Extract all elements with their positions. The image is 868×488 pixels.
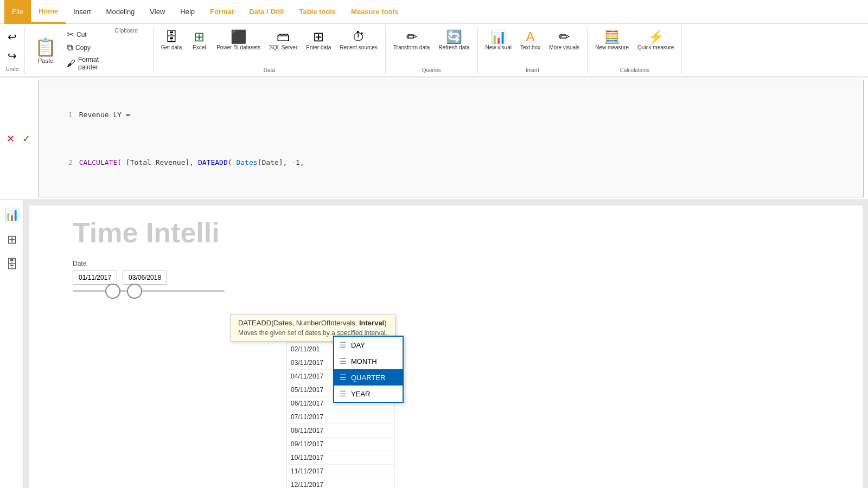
undo-button[interactable]: ↩ [5,28,19,46]
date-table-row[interactable]: 07/11/2017 [286,410,394,424]
queries-group-label: Queries [390,66,473,74]
date-start-input[interactable]: 01/11/2017 [73,271,117,285]
excel-button[interactable]: ⊞ Excel [187,28,211,53]
insert-group-content: 📊 New visual A Text box ✏ More visuals [482,26,583,66]
formula-line-2: 2CALCULATE( [Total Revenue], DATEADD( Da… [43,147,859,179]
interval-item-quarter[interactable]: ☰QUARTER [334,369,403,386]
interval-item-year[interactable]: ☰YEAR [334,386,403,402]
enter-data-icon: ⊞ [313,30,324,43]
new-measure-label: New measure [595,44,629,50]
tab-format[interactable]: Format [202,0,241,24]
new-measure-button[interactable]: 🧮 New measure [592,28,632,53]
undo-group: ↩ ↪ Undo [0,26,25,74]
tab-help[interactable]: Help [173,0,202,24]
date-end-input[interactable]: 03/06/2018 [123,271,167,285]
date-table-row[interactable]: 10/11/2017 [286,451,394,465]
more-visuals-button[interactable]: ✏ More visuals [546,28,583,53]
text-box-icon: A [526,30,535,43]
refresh-label: Refresh data [438,44,469,50]
transform-button[interactable]: ✏ Transform data [390,28,433,53]
tab-file[interactable]: File [4,0,31,24]
date-table-row[interactable]: 09/11/2017 [286,438,394,451]
interval-list-icon: ☰ [340,373,347,382]
powerbi-label: Power BI datasets [216,44,260,50]
text-box-label: Text box [520,44,540,50]
formula-cancel-button[interactable]: ✕ [4,132,17,146]
canvas-content: Time Intelli Date 01/11/2017 03/06/2018 … [29,206,863,488]
get-data-icon: 🗄 [165,30,178,43]
tab-home[interactable]: Home [31,0,66,24]
tab-tabletools[interactable]: Table tools [291,0,343,24]
quick-measure-icon: ⚡ [648,30,664,43]
tab-modeling[interactable]: Modeling [99,0,143,24]
enter-data-button[interactable]: ⊞ Enter data [303,28,334,53]
interval-list-icon: ☰ [340,341,347,349]
tab-datadrill[interactable]: Data / Drill [241,0,291,24]
sidebar: 📊 ⊞ 🗄 [0,200,24,488]
quick-measure-button[interactable]: ⚡ Quick measure [634,28,677,53]
ribbon-tabs: File Home Insert Modeling View Help Form… [0,0,868,24]
interval-item-day[interactable]: ☰DAY [334,337,403,353]
recent-sources-button[interactable]: ⏱ Recent sources [336,28,380,53]
slider-handle-left[interactable] [105,284,120,299]
cut-icon: ✂ [67,29,74,40]
slider-track [73,290,225,292]
refresh-button[interactable]: 🔄 Refresh data [435,28,473,53]
interval-dropdown: ☰DAY☰MONTH☰QUARTER☰YEAR [333,336,404,403]
new-measure-icon: 🧮 [604,30,620,43]
insert-group: 📊 New visual A Text box ✏ More visuals I… [478,26,588,74]
more-visuals-icon: ✏ [559,30,570,43]
new-visual-label: New visual [486,44,512,50]
cut-button[interactable]: ✂ Cut [64,28,101,41]
recent-sources-label: Recent sources [340,44,377,50]
formula-confirm-button[interactable]: ✓ [20,132,33,146]
new-visual-button[interactable]: 📊 New visual [482,28,515,53]
format-painter-button[interactable]: 🖌 Format painter [64,55,101,72]
formula-line1-num: 1 [68,111,73,119]
sidebar-icon-chart[interactable]: 📊 [1,204,22,225]
more-visuals-label: More visuals [549,44,579,50]
bottom-text: Aggregations Time Comparisons Informatio… [73,484,180,488]
date-filter-label: Date [73,260,225,267]
bottom-item-aggregations: Aggregations [73,484,180,488]
powerbi-button[interactable]: ⬛ Power BI datasets [213,28,264,53]
formula-editor[interactable]: 1Revenue LY = 2CALCULATE( [Total Revenue… [38,80,864,197]
calculations-group-content: 🧮 New measure ⚡ Quick measure [592,26,677,66]
copy-button[interactable]: ⧉ Copy [64,42,101,54]
quick-measure-label: Quick measure [637,44,674,50]
formula-icons: ✕ ✓ [4,80,33,197]
excel-icon: ⊞ [194,30,205,43]
undo-label: Undo [6,66,19,72]
get-data-label: Get data [161,44,182,50]
paste-button[interactable]: 📋 Paste [29,26,62,74]
tooltip-bold-param: Interval [359,319,384,327]
date-slider[interactable] [73,290,225,292]
copy-icon: ⧉ [67,43,73,53]
redo-button[interactable]: ↪ [5,47,19,65]
sidebar-icon-database[interactable]: 🗄 [3,254,21,275]
formula-calculate: CALCULATE [79,158,117,166]
sidebar-icon-table[interactable]: ⊞ [4,229,20,250]
date-table-row[interactable]: 08/11/2017 [286,424,394,438]
format-painter-label: Format painter [78,56,99,71]
formula-dates: Dates [236,158,257,166]
tab-view[interactable]: View [142,0,173,24]
excel-label: Excel [193,44,206,50]
text-box-button[interactable]: A Text box [517,28,544,53]
date-table-row[interactable]: 12/11/2017 [286,478,394,488]
date-table-row[interactable]: 11/11/2017 [286,465,394,478]
get-data-button[interactable]: 🗄 Get data [158,28,185,53]
transform-label: Transform data [393,44,430,50]
sql-button[interactable]: 🗃 SQL Server [266,28,301,53]
page-title: Time Intelli [73,216,220,249]
formula-bracket: [Date], -1, [258,158,304,166]
interval-item-month[interactable]: ☰MONTH [334,353,403,369]
tab-measuretools[interactable]: Measure tools [343,0,406,24]
insert-group-label: Insert [482,66,583,74]
cut-label: Cut [76,31,87,38]
tooltip-signature: DATEADD(Dates, NumberOfIntervals, Interv… [238,319,387,327]
formula-line-1: 1Revenue LY = [43,99,859,131]
slider-handle-right[interactable] [127,284,142,299]
main-area: 📊 ⊞ 🗄 Time Intelli Date 01/11/2017 03/06… [0,200,868,488]
tab-insert[interactable]: Insert [66,0,99,24]
